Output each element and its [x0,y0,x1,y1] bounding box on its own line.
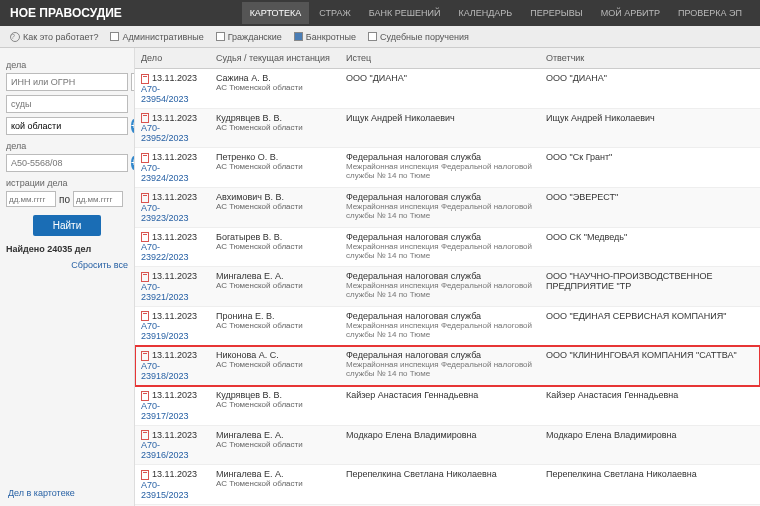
table-row[interactable]: 13.11.2023А70-23954/2023Сажина А. В.АС Т… [135,69,760,109]
nav-item-страж[interactable]: СТРАЖ [311,2,358,24]
filter-admin[interactable]: Административные [110,32,203,42]
case-number-input[interactable] [6,154,128,172]
case-number-link[interactable]: А70-23921/2023 [141,282,189,302]
checkbox-icon [368,32,377,41]
filter-orders[interactable]: Судебные поручения [368,32,469,42]
sidebar: дела Любой + + дела + истрации дела по Н… [0,48,135,506]
document-icon [141,113,149,123]
checkbox-icon [294,32,303,41]
col-plaintiff[interactable]: Истец [340,48,540,68]
nav-item-банк решений[interactable]: БАНК РЕШЕНИЙ [361,2,449,24]
case-number-link[interactable]: А70-23917/2023 [141,401,189,421]
case-number-link[interactable]: А70-23954/2023 [141,84,189,104]
found-count: Найдено 24035 дел [6,244,128,254]
date-from-input[interactable] [6,191,56,207]
document-icon [141,193,149,203]
filter-civil[interactable]: Гражданские [216,32,282,42]
nav-item-календарь[interactable]: КАЛЕНДАРЬ [450,2,520,24]
find-button[interactable]: Найти [33,215,102,236]
how-it-works-link[interactable]: ?Как это работает? [10,32,98,42]
document-icon [141,74,149,84]
document-icon [141,391,149,401]
case-number-link[interactable]: А70-23924/2023 [141,163,189,183]
case-number-link[interactable]: А70-23919/2023 [141,321,189,341]
case-number-link[interactable]: А70-23918/2023 [141,361,189,381]
label-reg: истрации дела [6,178,128,188]
table-row[interactable]: 13.11.2023А70-23952/2023Кудрявцев В. В.А… [135,109,760,149]
case-number-link[interactable]: А70-23915/2023 [141,480,189,500]
nav-item-картотека[interactable]: КАРТОТЕКА [242,2,310,24]
reset-link[interactable]: Сбросить все [6,260,128,270]
table-row[interactable]: 13.11.2023А70-23921/2023Мингалева Е. А.А… [135,267,760,307]
table-row[interactable]: 13.11.2023А70-23916/2023Мингалева Е. А.А… [135,426,760,466]
date-to-input[interactable] [73,191,123,207]
region-input[interactable] [6,117,128,135]
checkbox-icon [110,32,119,41]
table-row[interactable]: 13.11.2023А70-23922/2023Богатырев В. В.А… [135,228,760,268]
case-number-link[interactable]: А70-23923/2023 [141,203,189,223]
cases-total-link[interactable]: Дел в картотеке [8,488,75,498]
header-nav: КАРТОТЕКАСТРАЖБАНК РЕШЕНИЙКАЛЕНДАРЬПЕРЕР… [242,2,750,24]
col-judge[interactable]: Судья / текущая инстанция [210,48,340,68]
document-icon [141,311,149,321]
question-icon: ? [10,32,20,42]
col-defendant[interactable]: Ответчик [540,48,760,68]
nav-item-проверка эп[interactable]: ПРОВЕРКА ЭП [670,2,750,24]
col-case[interactable]: Дело [135,48,210,68]
nav-item-мой арбитр[interactable]: МОЙ АРБИТР [593,2,668,24]
label-case: дела [6,60,128,70]
document-icon [141,272,149,282]
results-table: Дело Судья / текущая инстанция Истец Отв… [135,48,760,506]
case-number-link[interactable]: А70-23952/2023 [141,123,189,143]
nav-item-перерывы[interactable]: ПЕРЕРЫВЫ [522,2,590,24]
document-icon [141,232,149,242]
document-icon [141,470,149,480]
filter-bankrupt[interactable]: Банкротные [294,32,356,42]
case-number-link[interactable]: А70-23922/2023 [141,242,189,262]
checkbox-icon [216,32,225,41]
table-row[interactable]: 13.11.2023А70-23918/2023Никонова А. С.АС… [135,346,760,386]
app-title: НОЕ ПРАВОСУДИЕ [10,6,122,20]
document-icon [141,153,149,163]
document-icon [141,351,149,361]
table-row[interactable]: 13.11.2023А70-23915/2023Мингалева Е. А.А… [135,465,760,505]
toolbar: ?Как это работает? Административные Граж… [0,26,760,48]
label-num: дела [6,141,128,151]
table-row[interactable]: 13.11.2023А70-23917/2023Кудрявцев В. В.А… [135,386,760,426]
po-label: по [59,194,70,205]
table-row[interactable]: 13.11.2023А70-23924/2023Петренко О. В.АС… [135,148,760,188]
court-input[interactable] [6,95,128,113]
inn-input[interactable] [6,73,128,91]
document-icon [141,430,149,440]
table-row[interactable]: 13.11.2023А70-23919/2023Пронина Е. В.АС … [135,307,760,347]
case-number-link[interactable]: А70-23916/2023 [141,440,189,460]
table-row[interactable]: 13.11.2023А70-23923/2023Авхимович В. В.А… [135,188,760,228]
